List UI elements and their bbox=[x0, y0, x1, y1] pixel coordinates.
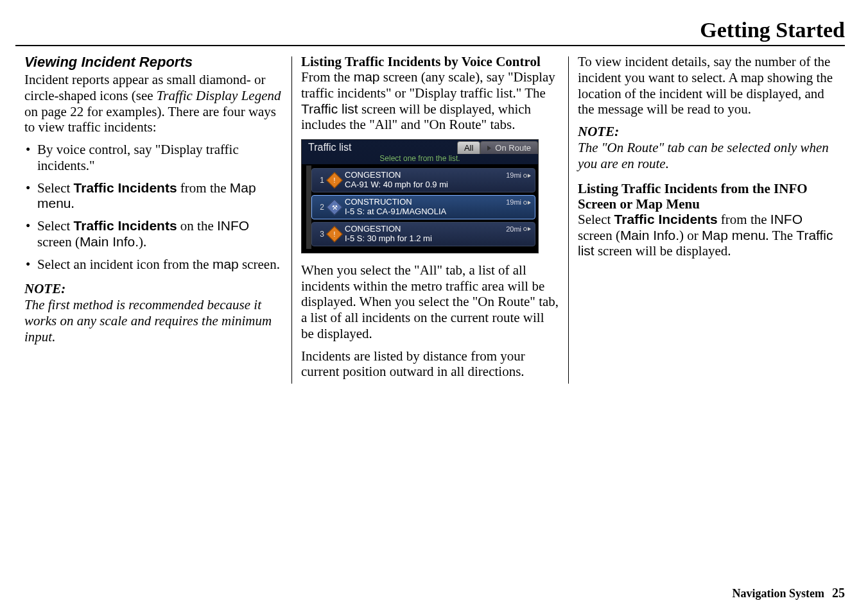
text: ) or bbox=[679, 228, 702, 243]
incident-row[interactable]: 3 ! CONGESTION20mi I-5 S: 30 mph for 1.2… bbox=[311, 222, 535, 246]
incident-type: CONSTRUCTION bbox=[345, 198, 412, 207]
distance: 19mi bbox=[506, 198, 531, 207]
traffic-list-screenshot: Traffic list All On Route Select one fro… bbox=[301, 139, 539, 253]
screenshot-tabs: All On Route bbox=[457, 140, 538, 154]
note-label: NOTE: bbox=[578, 124, 836, 140]
incident-detail: CA-91 W: 40 mph for 0.9 mi bbox=[345, 180, 531, 190]
text: screen ( bbox=[37, 234, 80, 250]
subsection-heading: Listing Traffic Incidents by Voice Contr… bbox=[301, 54, 559, 69]
list-item: Select an incident icon from the map scr… bbox=[24, 257, 282, 273]
paragraph: When you select the "All" tab, a list of… bbox=[301, 262, 559, 342]
text: screen ( bbox=[578, 228, 620, 243]
text: from the bbox=[718, 212, 770, 227]
distance: 19mi bbox=[506, 171, 531, 180]
distance: 20mi bbox=[506, 225, 531, 234]
row-text: CONGESTION19mi CA-91 W: 40 mph for 0.9 m… bbox=[345, 171, 531, 190]
ui-term: Traffic Incidents bbox=[74, 180, 177, 195]
row-number: 1 bbox=[314, 176, 324, 185]
text: screen will be displayed. bbox=[595, 243, 731, 259]
ui-term: Traffic Incidents bbox=[74, 218, 177, 233]
list-item: By voice control, say "Display traffic i… bbox=[24, 142, 282, 174]
page-footer: Navigation System25 bbox=[733, 586, 846, 600]
subsection-heading: Listing Traffic Incidents from the INFO … bbox=[578, 181, 836, 212]
congestion-icon: ! bbox=[328, 174, 341, 187]
incident-detail: I-5 S: 30 mph for 1.2 mi bbox=[345, 234, 531, 244]
text: on page 22 for examples). There are four… bbox=[24, 104, 276, 135]
note-body: The first method is recommended because … bbox=[24, 297, 282, 344]
row-text: CONSTRUCTION19mi I-5 S: at CA-91/MAGNOLI… bbox=[345, 198, 531, 217]
text: From the bbox=[301, 69, 354, 85]
screenshot-title: Traffic list bbox=[302, 140, 457, 154]
row-text: CONGESTION20mi I-5 S: 30 mph for 1.2 mi bbox=[345, 225, 531, 244]
text: . bbox=[71, 196, 74, 211]
tab-label: All bbox=[464, 143, 473, 153]
row-number: 2 bbox=[314, 203, 324, 212]
text: ). bbox=[139, 234, 146, 250]
text: Select an incident icon from the bbox=[37, 257, 213, 272]
screenshot-titlebar: Traffic list All On Route bbox=[302, 140, 538, 154]
paragraph: To view incident details, say the number… bbox=[578, 54, 836, 117]
tab-all[interactable]: All bbox=[457, 141, 480, 154]
spacer bbox=[578, 172, 836, 181]
section-heading: Viewing Incident Reports bbox=[24, 54, 282, 71]
text: from the bbox=[177, 180, 230, 196]
ui-term: map bbox=[354, 69, 380, 84]
tab-label: On Route bbox=[495, 143, 531, 153]
incident-type: CONGESTION bbox=[345, 225, 401, 234]
columns: Viewing Incident Reports Incident report… bbox=[15, 54, 845, 386]
ui-term: map bbox=[213, 257, 239, 271]
footer-label: Navigation System bbox=[733, 587, 825, 600]
scrollbar[interactable] bbox=[306, 166, 311, 249]
paragraph: From the map screen (any scale), say "Di… bbox=[301, 69, 559, 133]
tab-on-route[interactable]: On Route bbox=[480, 141, 538, 154]
note-label: NOTE: bbox=[24, 281, 282, 297]
text: Select bbox=[37, 180, 74, 196]
screenshot-body: 1 ! CONGESTION19mi CA-91 W: 40 mph for 0… bbox=[302, 164, 538, 253]
intro-paragraph: Incident reports appear as small diamond… bbox=[24, 72, 282, 135]
incident-row[interactable]: 2 ⚒ CONSTRUCTION19mi I-5 S: at CA-91/MAG… bbox=[311, 195, 535, 219]
bullet-list: By voice control, say "Display traffic i… bbox=[24, 142, 282, 272]
incident-list: 1 ! CONGESTION19mi CA-91 W: 40 mph for 0… bbox=[311, 166, 535, 249]
incident-detail: I-5 S: at CA-91/MAGNOLIA bbox=[345, 207, 531, 217]
ui-term: INFO bbox=[217, 218, 249, 233]
text: on the bbox=[177, 218, 217, 234]
ui-term: Traffic list bbox=[301, 101, 358, 116]
congestion-icon: ! bbox=[328, 228, 341, 241]
text: Select bbox=[37, 218, 74, 234]
play-icon bbox=[487, 146, 491, 151]
list-item: Select Traffic Incidents on the INFO scr… bbox=[24, 218, 282, 250]
ui-term: Main Info. bbox=[80, 234, 139, 249]
ui-term: Map menu bbox=[702, 228, 765, 242]
page: Getting Started Viewing Incident Reports… bbox=[0, 0, 868, 612]
page-number: 25 bbox=[832, 586, 845, 600]
paragraph: Incidents are listed by distance from yo… bbox=[301, 348, 559, 380]
ui-term: Traffic Incidents bbox=[614, 212, 718, 226]
column-middle: Listing Traffic Incidents by Voice Contr… bbox=[292, 54, 568, 386]
ui-term: INFO bbox=[770, 212, 803, 226]
row-number: 3 bbox=[314, 230, 324, 239]
paragraph: Select Traffic Incidents from the INFO s… bbox=[578, 212, 836, 259]
ui-term: Main Info. bbox=[620, 228, 679, 242]
incident-row[interactable]: 1 ! CONGESTION19mi CA-91 W: 40 mph for 0… bbox=[311, 168, 535, 192]
note-body: The "On Route" tab can be selected only … bbox=[578, 140, 836, 172]
list-item: Select Traffic Incidents from the Map me… bbox=[24, 180, 282, 212]
screenshot-subtitle: Select one from the list. bbox=[302, 154, 538, 164]
text: Select bbox=[578, 212, 614, 227]
cross-reference: Traffic Display Legend bbox=[157, 88, 281, 103]
text: . The bbox=[765, 228, 796, 243]
page-header: Getting Started bbox=[15, 18, 845, 46]
incident-type: CONGESTION bbox=[345, 171, 401, 180]
column-left: Viewing Incident Reports Incident report… bbox=[15, 54, 291, 386]
text: screen. bbox=[239, 257, 280, 272]
construction-icon: ⚒ bbox=[328, 201, 341, 214]
text: By voice control, say "Display traffic i… bbox=[37, 142, 239, 173]
column-right: To view incident details, say the number… bbox=[569, 54, 845, 386]
